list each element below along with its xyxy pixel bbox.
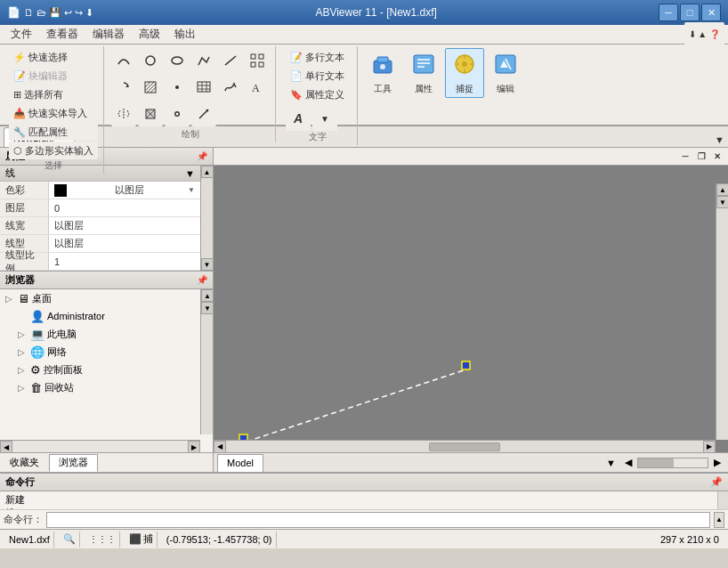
canvas-minimize-btn[interactable]: ─	[678, 150, 692, 164]
network-icon: 🌐	[30, 345, 44, 359]
ellipse-btn[interactable]	[165, 48, 190, 73]
quick-select-btn[interactable]: ⚡ 快速选择	[9, 48, 98, 66]
recycle-expand[interactable]: ▷	[18, 383, 30, 393]
status-file: New1.dxf	[5, 531, 54, 548]
help-menu-btn[interactable]: ⬇ ▲ ❓	[684, 22, 724, 47]
tree-item-thispc[interactable]: ▷ 💻 此电脑	[0, 325, 213, 343]
command-scrollbar[interactable]	[717, 491, 728, 509]
window-title: ABViewer 11 - [New1.dxf]	[93, 6, 659, 19]
snap-btn[interactable]: 捕捉	[445, 48, 484, 98]
maximize-button[interactable]: □	[680, 4, 700, 21]
canvas-vscrollbar[interactable]: ▲ ▼	[716, 183, 728, 440]
color-dropdown-arrow[interactable]: ▼	[188, 186, 195, 194]
tree-item-recycle[interactable]: ▷ 🗑 回收站	[0, 378, 213, 396]
match-props-btn[interactable]: 🔧 匹配属性	[9, 123, 98, 141]
prop-section-collapse[interactable]: ▼	[185, 168, 195, 179]
menu-file[interactable]: 文件	[4, 26, 39, 44]
tools-btn[interactable]: 工具	[363, 48, 402, 98]
prop-value-color[interactable]: 以图层 ▼	[49, 182, 200, 199]
minimize-button[interactable]: ─	[659, 4, 678, 21]
snap-icon-1: ⋮⋮⋮	[89, 534, 116, 544]
canvas-close-btn[interactable]: ✕	[710, 150, 724, 164]
controlpanel-expand[interactable]: ▷	[18, 365, 30, 375]
tree-item-desktop[interactable]: ▷ 🖥 桌面	[0, 289, 213, 307]
polygon-entity-input-btn[interactable]: ⬡ 多边形实体输入	[9, 142, 98, 159]
canvas-hscroll-left[interactable]: ◀	[214, 441, 226, 453]
browser-tab[interactable]: 浏览器	[49, 454, 98, 472]
network-expand[interactable]: ▷	[18, 347, 30, 357]
arrow-btn[interactable]	[191, 101, 216, 126]
block-editor-btn[interactable]: 📝 块编辑器	[9, 67, 98, 85]
menu-editor[interactable]: 编辑器	[85, 26, 132, 44]
spline-btn[interactable]	[218, 75, 243, 100]
command-input[interactable]	[46, 512, 710, 528]
draw-row-3	[111, 101, 270, 126]
polyline-btn[interactable]	[191, 48, 216, 73]
status-snap-icons[interactable]: ⋮⋮⋮	[85, 531, 120, 548]
cmd-scroll-v[interactable]: ▲	[714, 512, 724, 528]
canvas-vscroll-down[interactable]: ▼	[716, 196, 728, 208]
model-tab-scrollbar-left[interactable]: ◀	[621, 457, 635, 468]
dot-btn[interactable]	[165, 101, 190, 126]
desktop-expand[interactable]: ▷	[5, 294, 18, 304]
canvas-hscroll-right[interactable]: ▶	[703, 441, 716, 453]
attrib-def-btn[interactable]: 🔖 属性定义	[286, 85, 349, 103]
point-btn[interactable]	[165, 75, 190, 100]
tree-item-admin[interactable]: 👤 Administrator	[0, 307, 213, 325]
close-button[interactable]: ✕	[701, 4, 721, 21]
snap-label: 捕	[143, 532, 153, 546]
prop-label-layer: 图层	[0, 199, 49, 216]
model-tab-scrollbar-right[interactable]: ▶	[710, 457, 724, 468]
props-scroll-down[interactable]: ▼	[201, 258, 214, 271]
svg-line-2	[225, 56, 236, 65]
mirror-btn[interactable]	[111, 101, 136, 126]
singleline-text-btn[interactable]: 📄 单行文本	[286, 67, 349, 85]
line-angle-btn[interactable]	[218, 48, 243, 73]
model-tab[interactable]: Model	[217, 454, 263, 472]
tree-item-network[interactable]: ▷ 🌐 网络	[0, 343, 213, 361]
text-edit-btn[interactable]: A	[286, 106, 311, 131]
menu-output[interactable]: 输出	[167, 26, 203, 44]
menu-advanced[interactable]: 高级	[132, 26, 167, 44]
props-scroll-up[interactable]: ▲	[201, 166, 214, 178]
canvas-hscrollbar[interactable]: ◀ ▶	[214, 440, 716, 452]
canvas-vscroll-up[interactable]: ▲	[716, 183, 728, 196]
command-pin-icon[interactable]: 📌	[710, 476, 723, 488]
status-search-icon[interactable]: 🔍	[60, 531, 80, 548]
multiline-text-btn[interactable]: 📝 多行文本	[286, 48, 349, 66]
text-style-btn[interactable]: ▼	[312, 106, 337, 131]
quick-entity-import-btn[interactable]: 📥 快速实体导入	[9, 104, 98, 122]
model-tab-dropdown[interactable]: ▼	[603, 458, 619, 468]
status-layer-icon[interactable]: ⬛ 捕	[125, 531, 158, 548]
circle-btn[interactable]	[138, 48, 163, 73]
browser-pin-icon[interactable]: 📌	[197, 275, 207, 285]
model-tab-scrollbar-thumb[interactable]	[638, 458, 674, 467]
rotate-btn[interactable]	[111, 75, 136, 100]
thispc-expand[interactable]: ▷	[18, 329, 30, 339]
select-all-icon: ⊞	[13, 89, 21, 101]
cmd-line-1: 新建	[5, 493, 723, 507]
canvas-restore-btn[interactable]: ❐	[694, 150, 708, 164]
hatch-btn[interactable]	[138, 75, 163, 100]
select-group-label: 选择	[4, 159, 103, 172]
favorites-tab[interactable]: 收藏夹	[0, 454, 49, 472]
array-btn[interactable]	[245, 48, 270, 73]
text-tool-btn[interactable]: A	[245, 75, 270, 100]
table-btn[interactable]	[191, 75, 216, 100]
tree-item-controlpanel[interactable]: ▷ ⚙ 控制面板	[0, 361, 213, 378]
tree-hscrollbar[interactable]: ◀ ▶	[0, 440, 200, 452]
edit-btn[interactable]: 编辑	[486, 48, 525, 98]
model-tab-scrollbar-track[interactable]	[637, 458, 708, 468]
properties-btn[interactable]: 属性	[404, 48, 443, 98]
arc-btn[interactable]	[111, 48, 136, 73]
prop-row-layer: 图层 0	[0, 199, 200, 217]
select-all-btn[interactable]: ⊞ 选择所有	[9, 85, 98, 103]
canvas-hscroll-thumb[interactable]	[429, 442, 500, 451]
properties-scrollbar[interactable]: ▲ ▼	[200, 166, 213, 271]
menu-viewer[interactable]: 查看器	[39, 26, 85, 44]
properties-pin-icon[interactable]: 📌	[197, 151, 207, 161]
tab-dropdown-btn[interactable]: ▼	[711, 133, 728, 147]
wipeout-btn[interactable]	[138, 101, 163, 126]
svg-rect-30	[414, 55, 433, 73]
tree-vscrollbar[interactable]: ▲ ▼	[200, 289, 213, 434]
